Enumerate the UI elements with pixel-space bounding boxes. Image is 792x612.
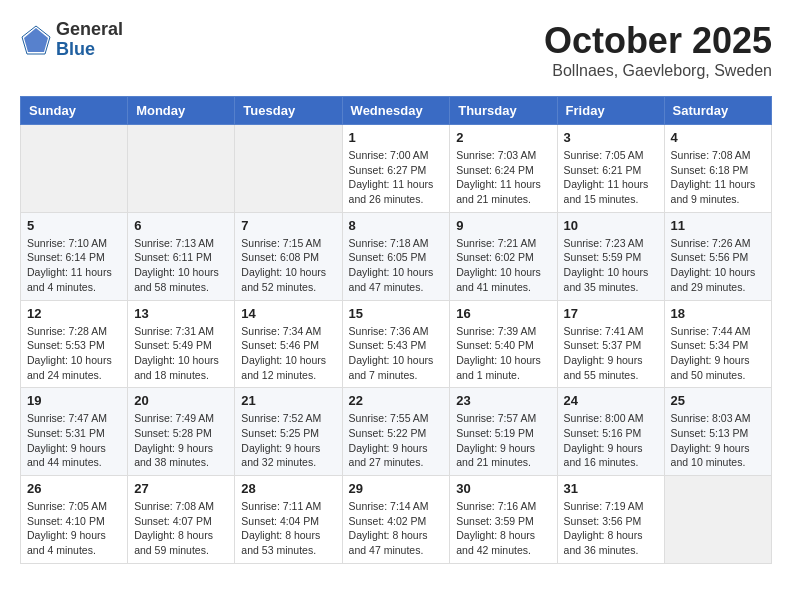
day-info: Sunrise: 7:05 AM Sunset: 4:10 PM Dayligh… (27, 499, 121, 558)
day-number: 27 (134, 481, 228, 496)
day-info: Sunrise: 7:00 AM Sunset: 6:27 PM Dayligh… (349, 148, 444, 207)
calendar-cell: 28Sunrise: 7:11 AM Sunset: 4:04 PM Dayli… (235, 476, 342, 564)
day-info: Sunrise: 7:31 AM Sunset: 5:49 PM Dayligh… (134, 324, 228, 383)
day-info: Sunrise: 7:23 AM Sunset: 5:59 PM Dayligh… (564, 236, 658, 295)
day-info: Sunrise: 7:08 AM Sunset: 4:07 PM Dayligh… (134, 499, 228, 558)
day-info: Sunrise: 7:18 AM Sunset: 6:05 PM Dayligh… (349, 236, 444, 295)
calendar-cell: 24Sunrise: 8:00 AM Sunset: 5:16 PM Dayli… (557, 388, 664, 476)
day-number: 8 (349, 218, 444, 233)
logo-icon (20, 24, 52, 56)
day-number: 20 (134, 393, 228, 408)
logo: General Blue (20, 20, 123, 60)
calendar-cell: 11Sunrise: 7:26 AM Sunset: 5:56 PM Dayli… (664, 212, 771, 300)
day-info: Sunrise: 7:10 AM Sunset: 6:14 PM Dayligh… (27, 236, 121, 295)
day-info: Sunrise: 7:11 AM Sunset: 4:04 PM Dayligh… (241, 499, 335, 558)
day-number: 17 (564, 306, 658, 321)
calendar-cell: 30Sunrise: 7:16 AM Sunset: 3:59 PM Dayli… (450, 476, 557, 564)
calendar-week-row: 19Sunrise: 7:47 AM Sunset: 5:31 PM Dayli… (21, 388, 772, 476)
calendar-cell: 31Sunrise: 7:19 AM Sunset: 3:56 PM Dayli… (557, 476, 664, 564)
day-number: 31 (564, 481, 658, 496)
day-info: Sunrise: 7:14 AM Sunset: 4:02 PM Dayligh… (349, 499, 444, 558)
day-number: 16 (456, 306, 550, 321)
calendar-week-row: 12Sunrise: 7:28 AM Sunset: 5:53 PM Dayli… (21, 300, 772, 388)
day-info: Sunrise: 7:47 AM Sunset: 5:31 PM Dayligh… (27, 411, 121, 470)
page-header: General Blue October 2025 Bollnaes, Gaev… (20, 20, 772, 80)
weekday-header: Wednesday (342, 97, 450, 125)
day-number: 15 (349, 306, 444, 321)
day-info: Sunrise: 7:44 AM Sunset: 5:34 PM Dayligh… (671, 324, 765, 383)
calendar-cell: 8Sunrise: 7:18 AM Sunset: 6:05 PM Daylig… (342, 212, 450, 300)
day-number: 25 (671, 393, 765, 408)
calendar-cell: 27Sunrise: 7:08 AM Sunset: 4:07 PM Dayli… (128, 476, 235, 564)
weekday-header: Saturday (664, 97, 771, 125)
day-number: 26 (27, 481, 121, 496)
calendar-cell: 20Sunrise: 7:49 AM Sunset: 5:28 PM Dayli… (128, 388, 235, 476)
calendar-cell (21, 125, 128, 213)
day-info: Sunrise: 7:41 AM Sunset: 5:37 PM Dayligh… (564, 324, 658, 383)
day-number: 21 (241, 393, 335, 408)
day-number: 24 (564, 393, 658, 408)
day-number: 23 (456, 393, 550, 408)
day-info: Sunrise: 7:49 AM Sunset: 5:28 PM Dayligh… (134, 411, 228, 470)
title-section: October 2025 Bollnaes, Gaevleborg, Swede… (544, 20, 772, 80)
day-info: Sunrise: 7:08 AM Sunset: 6:18 PM Dayligh… (671, 148, 765, 207)
calendar-week-row: 1Sunrise: 7:00 AM Sunset: 6:27 PM Daylig… (21, 125, 772, 213)
location: Bollnaes, Gaevleborg, Sweden (544, 62, 772, 80)
day-number: 22 (349, 393, 444, 408)
calendar-cell: 5Sunrise: 7:10 AM Sunset: 6:14 PM Daylig… (21, 212, 128, 300)
day-info: Sunrise: 7:03 AM Sunset: 6:24 PM Dayligh… (456, 148, 550, 207)
calendar-week-row: 26Sunrise: 7:05 AM Sunset: 4:10 PM Dayli… (21, 476, 772, 564)
calendar-cell: 19Sunrise: 7:47 AM Sunset: 5:31 PM Dayli… (21, 388, 128, 476)
calendar-cell: 17Sunrise: 7:41 AM Sunset: 5:37 PM Dayli… (557, 300, 664, 388)
day-number: 9 (456, 218, 550, 233)
calendar-cell: 12Sunrise: 7:28 AM Sunset: 5:53 PM Dayli… (21, 300, 128, 388)
weekday-header: Sunday (21, 97, 128, 125)
day-info: Sunrise: 7:52 AM Sunset: 5:25 PM Dayligh… (241, 411, 335, 470)
calendar-cell: 9Sunrise: 7:21 AM Sunset: 6:02 PM Daylig… (450, 212, 557, 300)
day-number: 7 (241, 218, 335, 233)
calendar-cell: 7Sunrise: 7:15 AM Sunset: 6:08 PM Daylig… (235, 212, 342, 300)
day-info: Sunrise: 7:26 AM Sunset: 5:56 PM Dayligh… (671, 236, 765, 295)
day-info: Sunrise: 7:34 AM Sunset: 5:46 PM Dayligh… (241, 324, 335, 383)
weekday-header-row: SundayMondayTuesdayWednesdayThursdayFrid… (21, 97, 772, 125)
day-info: Sunrise: 7:21 AM Sunset: 6:02 PM Dayligh… (456, 236, 550, 295)
day-info: Sunrise: 7:39 AM Sunset: 5:40 PM Dayligh… (456, 324, 550, 383)
month-title: October 2025 (544, 20, 772, 62)
calendar-cell: 23Sunrise: 7:57 AM Sunset: 5:19 PM Dayli… (450, 388, 557, 476)
day-number: 1 (349, 130, 444, 145)
day-info: Sunrise: 7:55 AM Sunset: 5:22 PM Dayligh… (349, 411, 444, 470)
day-info: Sunrise: 7:13 AM Sunset: 6:11 PM Dayligh… (134, 236, 228, 295)
day-info: Sunrise: 7:15 AM Sunset: 6:08 PM Dayligh… (241, 236, 335, 295)
day-number: 14 (241, 306, 335, 321)
logo-blue: Blue (56, 40, 123, 60)
calendar-cell: 25Sunrise: 8:03 AM Sunset: 5:13 PM Dayli… (664, 388, 771, 476)
weekday-header: Friday (557, 97, 664, 125)
day-number: 3 (564, 130, 658, 145)
calendar-cell: 1Sunrise: 7:00 AM Sunset: 6:27 PM Daylig… (342, 125, 450, 213)
logo-text: General Blue (56, 20, 123, 60)
day-info: Sunrise: 8:00 AM Sunset: 5:16 PM Dayligh… (564, 411, 658, 470)
calendar-week-row: 5Sunrise: 7:10 AM Sunset: 6:14 PM Daylig… (21, 212, 772, 300)
calendar-cell: 21Sunrise: 7:52 AM Sunset: 5:25 PM Dayli… (235, 388, 342, 476)
logo-general: General (56, 20, 123, 40)
calendar-cell: 26Sunrise: 7:05 AM Sunset: 4:10 PM Dayli… (21, 476, 128, 564)
day-info: Sunrise: 8:03 AM Sunset: 5:13 PM Dayligh… (671, 411, 765, 470)
day-number: 2 (456, 130, 550, 145)
day-number: 19 (27, 393, 121, 408)
calendar-cell: 2Sunrise: 7:03 AM Sunset: 6:24 PM Daylig… (450, 125, 557, 213)
calendar-cell (235, 125, 342, 213)
day-info: Sunrise: 7:57 AM Sunset: 5:19 PM Dayligh… (456, 411, 550, 470)
day-number: 6 (134, 218, 228, 233)
day-info: Sunrise: 7:16 AM Sunset: 3:59 PM Dayligh… (456, 499, 550, 558)
weekday-header: Monday (128, 97, 235, 125)
day-number: 28 (241, 481, 335, 496)
calendar-cell: 29Sunrise: 7:14 AM Sunset: 4:02 PM Dayli… (342, 476, 450, 564)
calendar-cell: 14Sunrise: 7:34 AM Sunset: 5:46 PM Dayli… (235, 300, 342, 388)
calendar-cell (664, 476, 771, 564)
weekday-header: Tuesday (235, 97, 342, 125)
calendar-cell (128, 125, 235, 213)
svg-marker-0 (24, 28, 48, 52)
day-number: 4 (671, 130, 765, 145)
weekday-header: Thursday (450, 97, 557, 125)
calendar-cell: 22Sunrise: 7:55 AM Sunset: 5:22 PM Dayli… (342, 388, 450, 476)
